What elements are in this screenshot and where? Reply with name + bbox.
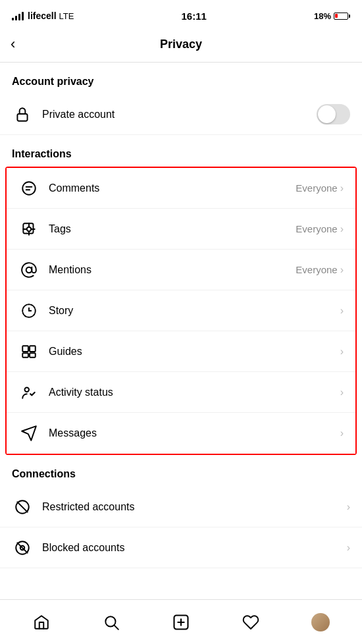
connections-header: Connections — [0, 455, 362, 487]
mentions-everyone: Everyone — [296, 264, 337, 275]
messages-label: Messages — [49, 427, 340, 439]
svg-line-22 — [17, 502, 27, 512]
nav-search[interactable] — [76, 610, 146, 635]
story-icon — [18, 300, 39, 321]
svg-line-25 — [17, 543, 27, 552]
guides-chevron: › — [340, 346, 344, 358]
story-chevron: › — [340, 305, 344, 317]
nav-profile[interactable] — [286, 609, 355, 635]
tags-value: Everyone › — [296, 223, 344, 235]
comments-row[interactable]: Comments Everyone › — [7, 168, 355, 209]
nav-add[interactable] — [146, 609, 216, 635]
svg-point-19 — [25, 387, 30, 392]
comments-everyone: Everyone — [296, 182, 337, 194]
bottom-nav — [0, 599, 362, 644]
blocked-chevron: › — [347, 542, 350, 554]
battery-percent: 18% — [314, 11, 331, 21]
guides-label: Guides — [49, 346, 340, 358]
activity-icon — [18, 382, 39, 403]
story-row[interactable]: Story › — [7, 290, 355, 331]
network-label: LTE — [59, 11, 74, 21]
back-button[interactable]: ‹ — [11, 34, 20, 54]
tags-chevron: › — [340, 223, 344, 235]
blocked-accounts-label: Blocked accounts — [42, 542, 347, 554]
nav-home[interactable] — [7, 610, 76, 635]
story-value: › — [340, 305, 344, 317]
svg-marker-20 — [22, 426, 36, 441]
blocked-icon — [12, 537, 33, 558]
restricted-chevron: › — [347, 501, 350, 513]
story-label: Story — [49, 305, 340, 317]
private-account-toggle[interactable] — [317, 104, 350, 124]
lock-icon — [12, 104, 33, 125]
profile-avatar — [311, 613, 330, 631]
interactions-box: Comments Everyone › — [5, 167, 357, 455]
guides-icon — [18, 341, 39, 362]
svg-line-27 — [115, 625, 118, 629]
svg-rect-17 — [22, 353, 28, 358]
svg-rect-0 — [17, 113, 27, 121]
battery-icon — [334, 13, 350, 20]
interactions-section: Interactions Comments Everyone › — [0, 135, 362, 455]
page-title: Privacy — [160, 38, 202, 51]
mentions-row[interactable]: Mentions Everyone › — [7, 250, 355, 290]
guides-value: › — [340, 346, 344, 358]
activity-status-value: › — [340, 387, 344, 398]
messages-chevron: › — [340, 427, 344, 439]
messages-icon — [18, 423, 39, 444]
connections-section: Connections Restricted accounts › — [0, 455, 362, 568]
svg-point-1 — [22, 182, 36, 195]
svg-rect-15 — [22, 346, 28, 352]
comments-label: Comments — [49, 182, 296, 194]
mention-icon — [18, 259, 39, 281]
messages-value: › — [340, 427, 344, 439]
status-time: 16:11 — [182, 11, 207, 22]
tag-icon — [18, 219, 39, 240]
comments-chevron: › — [340, 182, 344, 194]
carrier-label: lifecell — [28, 11, 57, 21]
tags-label: Tags — [49, 223, 296, 235]
guides-row[interactable]: Guides › — [7, 331, 355, 372]
mentions-label: Mentions — [49, 264, 296, 276]
signal-icon — [12, 12, 24, 20]
private-account-row[interactable]: Private account — [0, 94, 362, 135]
interactions-header: Interactions — [0, 135, 362, 167]
header: ‹ Privacy — [0, 29, 362, 63]
blocked-value: › — [347, 542, 350, 554]
status-left: lifecell LTE — [12, 11, 74, 21]
svg-rect-4 — [23, 223, 33, 233]
tags-everyone: Everyone — [296, 223, 337, 234]
activity-status-row[interactable]: Activity status › — [7, 372, 355, 413]
svg-point-14 — [28, 309, 30, 311]
comment-icon — [18, 178, 39, 199]
messages-row[interactable]: Messages › — [7, 413, 355, 454]
activity-chevron: › — [340, 387, 344, 398]
svg-point-10 — [26, 267, 32, 273]
restricted-accounts-row[interactable]: Restricted accounts › — [0, 487, 362, 527]
tags-row[interactable]: Tags Everyone › — [7, 209, 355, 250]
account-privacy-header: Account privacy — [0, 63, 362, 94]
activity-status-label: Activity status — [49, 387, 340, 398]
mentions-chevron: › — [340, 264, 344, 276]
private-account-label: Private account — [42, 109, 317, 121]
restricted-icon — [12, 496, 33, 518]
mentions-value: Everyone › — [296, 264, 344, 276]
status-right: 18% — [314, 11, 350, 21]
restricted-accounts-label: Restricted accounts — [42, 501, 347, 513]
comments-value: Everyone › — [296, 182, 344, 194]
status-bar: lifecell LTE 16:11 18% — [0, 0, 362, 29]
svg-rect-18 — [30, 353, 36, 358]
restricted-value: › — [347, 501, 350, 513]
blocked-accounts-row[interactable]: Blocked accounts › — [0, 527, 362, 568]
account-privacy-section: Account privacy Private account — [0, 63, 362, 135]
nav-heart[interactable] — [216, 610, 286, 635]
content: Account privacy Private account Interact… — [0, 63, 362, 614]
svg-rect-16 — [30, 346, 36, 352]
